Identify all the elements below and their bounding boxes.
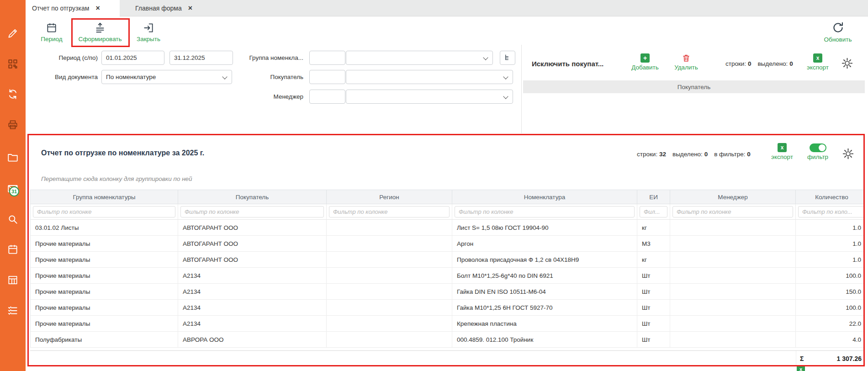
- tab-main-form[interactable]: Главная форма ×: [129, 0, 201, 16]
- column-header-2[interactable]: Покупатель: [178, 190, 327, 204]
- nomenclature-group-select[interactable]: [346, 51, 493, 65]
- filter-cell: [796, 204, 863, 220]
- excel-export-icon: x: [813, 53, 822, 63]
- doc-type-select[interactable]: По номенклатуре: [101, 70, 232, 84]
- in-filter-counter: в фильтре: 0: [714, 151, 751, 158]
- buyer-select[interactable]: [346, 70, 513, 84]
- add-button[interactable]: + Добавить: [630, 53, 661, 71]
- table-cell: 1.0: [796, 236, 863, 252]
- table-cell: Прочие материалы: [30, 236, 178, 252]
- report-table: Группа номенклатурыПокупательРегионНомен…: [30, 190, 863, 348]
- report-settings-button[interactable]: [842, 148, 854, 159]
- exclude-panel-counters: строки: 0 выделено: 0: [725, 60, 793, 67]
- table-cell: Прочие материалы: [30, 252, 178, 268]
- date-from-input[interactable]: [101, 51, 164, 65]
- column-header-6[interactable]: Менеджер: [670, 190, 796, 204]
- table-cell: Аргон: [452, 236, 637, 252]
- column-header-7[interactable]: Количество: [796, 190, 863, 204]
- sum-value: 1 307.26: [837, 355, 862, 362]
- generate-button[interactable]: Сформировать: [73, 22, 127, 42]
- buyer-code-input[interactable]: [309, 70, 345, 84]
- table-row[interactable]: Прочие материалыАВТОГАРАНТ ОООАргонМ31.0: [30, 236, 863, 252]
- exclude-export-button[interactable]: x экспорт: [805, 53, 831, 71]
- table-cell: [670, 332, 796, 348]
- refresh-button[interactable]: Обновить: [821, 21, 854, 43]
- group-drop-hint: Перетащите сюда колонку для группировки …: [41, 175, 192, 182]
- table-cell: 4.0: [796, 332, 863, 348]
- exclude-grid-column-header[interactable]: Покупатель: [523, 80, 865, 93]
- exclude-settings-button[interactable]: [842, 58, 853, 69]
- table-cell: [670, 284, 796, 300]
- column-header-5[interactable]: ЕИ: [637, 190, 670, 204]
- table-cell: 150.0: [796, 284, 863, 300]
- column-header-1[interactable]: Группа номенклатуры: [30, 190, 178, 204]
- generate-icon: [94, 22, 106, 34]
- table-cell: Шт: [637, 332, 670, 348]
- column-filter-input-6[interactable]: [672, 206, 793, 217]
- filter-toggle[interactable]: фильтр: [806, 143, 830, 160]
- manager-code-input[interactable]: [309, 90, 345, 104]
- table-row[interactable]: 03.01.02 ЛистыАВТОГАРАНТ ОООЛист S= 1,5 …: [30, 220, 863, 236]
- date-to-input[interactable]: [169, 51, 233, 65]
- column-header-4[interactable]: Номенклатура: [452, 190, 637, 204]
- table-cell: АВТОГАРАНТ ООО: [178, 220, 327, 236]
- tab-main-form-label: Главная форма: [135, 5, 182, 12]
- manager-select[interactable]: [346, 90, 513, 104]
- qr-grid-icon[interactable]: [7, 58, 19, 70]
- sync-icon[interactable]: [7, 88, 19, 100]
- toggle-on-icon[interactable]: [810, 143, 826, 152]
- footer-export-icon[interactable]: x: [797, 365, 805, 371]
- sidebar: 31: [0, 0, 26, 371]
- column-header-3[interactable]: Регион: [327, 190, 452, 204]
- app-window: 31 Отчет по отгрузкам × Главная форма × …: [0, 0, 868, 371]
- data-table-icon[interactable]: [7, 274, 19, 286]
- rows-counter: строки: 32: [637, 151, 666, 158]
- search-icon[interactable]: [7, 213, 19, 225]
- tree-view-button[interactable]: [500, 51, 515, 65]
- table-row[interactable]: Прочие материалыА2134Гайка DIN EN ISO 10…: [30, 284, 863, 300]
- edit-icon[interactable]: [7, 27, 19, 39]
- table-cell: [670, 236, 796, 252]
- report-export-button[interactable]: x экспорт: [769, 143, 795, 160]
- table-cell: Прочие материалы: [30, 300, 178, 316]
- period-range-label: Период (с/по): [26, 51, 98, 65]
- delete-button[interactable]: Удалить: [672, 53, 700, 71]
- table-row[interactable]: ПолуфабрикатыАВРОРА ООО000.4859. 012.100…: [30, 332, 863, 348]
- gear-icon: [842, 58, 853, 69]
- table-cell: Прочие материалы: [30, 284, 178, 300]
- generate-button-label: Сформировать: [78, 36, 122, 42]
- add-button-label: Добавить: [631, 64, 659, 71]
- close-button[interactable]: Закрыть: [134, 22, 163, 42]
- filter-cell: [327, 204, 452, 220]
- table-row[interactable]: Прочие материалыА2134Крепежная пластинаШ…: [30, 316, 863, 332]
- checklist-icon[interactable]: [7, 305, 19, 317]
- close-button-label: Закрыть: [137, 36, 160, 42]
- table-cell: 22.0: [796, 316, 863, 332]
- folder-icon[interactable]: [7, 151, 19, 163]
- nomenclature-group-label: Группа номенкла...: [237, 51, 303, 65]
- column-filter-input-2[interactable]: [180, 206, 324, 217]
- column-filter-input-3[interactable]: [329, 206, 450, 217]
- tab-bar: Отчет по отгрузкам × Главная форма ×: [26, 0, 868, 16]
- table-row[interactable]: Прочие материалыА2134Гайка М10*1,25 6Н Г…: [30, 300, 863, 316]
- table-row[interactable]: Прочие материалыА2134Болт М10*1,25-6g*40…: [30, 268, 863, 284]
- tab-report[interactable]: Отчет по отгрузкам ×: [26, 0, 120, 16]
- table-cell: Болт М10*1,25-6g*40 по DIN 6921: [452, 268, 637, 284]
- column-filter-input-4[interactable]: [455, 206, 635, 217]
- table-row[interactable]: Прочие материалыАВТОГАРАНТ ОООПроволока …: [30, 252, 863, 268]
- calendar-icon[interactable]: [7, 244, 19, 255]
- print-icon[interactable]: [7, 119, 19, 131]
- column-filter-input-5[interactable]: [640, 206, 667, 217]
- column-filter-input-7[interactable]: [798, 206, 863, 217]
- filter-toggle-label: фильтр: [807, 154, 828, 160]
- table-cell: АВТОГАРАНТ ООО: [178, 252, 327, 268]
- nomenclature-group-code-input[interactable]: [309, 51, 345, 65]
- column-filter-input-1[interactable]: [33, 206, 175, 217]
- period-button[interactable]: Период: [38, 22, 65, 42]
- close-icon[interactable]: ×: [95, 5, 100, 12]
- table-cell: Шт: [637, 300, 670, 316]
- table-cell: АВРОРА ООО: [178, 332, 327, 348]
- close-icon[interactable]: ×: [188, 5, 192, 12]
- table-cell: [327, 268, 452, 284]
- report-title: Отчет по отгрузке по номенклатуре за 202…: [41, 149, 204, 157]
